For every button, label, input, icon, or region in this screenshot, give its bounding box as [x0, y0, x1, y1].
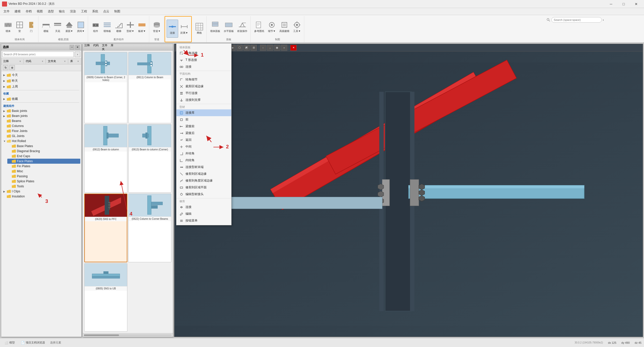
dropdown-item-cut-edge[interactable]: 裁剪区域边缘: [176, 83, 231, 90]
col-note-filter[interactable]: ▼: [19, 60, 21, 63]
ribbon-btn-component[interactable]: 组件: [90, 18, 101, 36]
vp-btn-arrow2[interactable]: ↓: [267, 45, 273, 51]
settings-btn[interactable]: ⚙: [9, 65, 15, 70]
dropdown-item-profile-end[interactable]: 连接型材末端: [176, 164, 231, 170]
tree-item-favorites[interactable]: ▶ 收藏: [2, 96, 80, 102]
vp-btn-obj3[interactable]: ⬡: [236, 45, 243, 51]
tree-item-face-plates[interactable]: Face Plates: [7, 159, 80, 164]
menu-select[interactable]: 选型: [45, 8, 56, 15]
maximize-button[interactable]: □: [618, 0, 629, 8]
dropdown-item-corner-detail[interactable]: 转角细节: [176, 76, 231, 83]
ribbon-btn-advanced[interactable]: 高级建模: [278, 18, 291, 36]
ribbon-btn-distance[interactable]: 距离▼: [179, 20, 190, 38]
ribbon-btn-roof[interactable]: 屋面▼: [64, 18, 75, 36]
menu-archive[interactable]: 存档: [23, 8, 34, 15]
menu-pointcloud[interactable]: 点云: [101, 8, 112, 15]
dropdown-item-connect3[interactable]: 连接: [176, 204, 231, 210]
tree-item-tools[interactable]: Tools: [7, 184, 80, 189]
col-lib-filter[interactable]: ▼: [77, 60, 79, 63]
tree-item-passing[interactable]: Passing: [7, 174, 80, 179]
ribbon-btn-truss[interactable]: 析架操作: [236, 18, 249, 36]
menu-output[interactable]: 输出: [56, 8, 67, 15]
ribbon-btn-wall-panel[interactable]: 墙体面板: [209, 18, 222, 36]
dropdown-item-connect-lib[interactable]: 连接库: [176, 109, 231, 116]
menu-build[interactable]: 建模: [12, 8, 23, 15]
dropdown-item-trim-angle[interactable]: 修剪到角度区域边缘: [176, 177, 231, 184]
tree-item-end-caps[interactable]: End Caps: [7, 154, 80, 159]
menu-view[interactable]: 视图: [34, 8, 45, 15]
dropdown-item-trim-plane[interactable]: 修剪到区域平面: [176, 184, 231, 191]
ribbon-search-arrow[interactable]: ›: [603, 18, 604, 21]
ribbon-btn-profile[interactable]: 型材▼: [125, 18, 136, 36]
tree-item-columns[interactable]: Columns: [2, 123, 80, 128]
dropdown-item-parallel-connect[interactable]: 平行连接: [176, 90, 231, 97]
ribbon-btn-pipe[interactable]: 管道▼: [151, 18, 162, 36]
dropdown-item-corner-connect[interactable]: 转角连接: [176, 50, 231, 57]
tree-item-yesterday[interactable]: ▶ 昨天: [2, 78, 80, 84]
ribbon-btn-horiz-panel[interactable]: 水平面板: [222, 18, 235, 36]
dropdown-item-connect-support[interactable]: 连接到支撑: [176, 97, 231, 103]
ribbon-btn-wall-body[interactable]: 墙体: [3, 18, 14, 36]
dropdown-item-edit2[interactable]: 编辑: [176, 210, 231, 217]
col-file-filter[interactable]: ▼: [64, 60, 66, 63]
dropdown-item-front[interactable]: 前: [176, 116, 231, 123]
tree-item-splice-plates[interactable]: Splice Plates: [7, 179, 80, 184]
search-button[interactable]: ›: [75, 52, 80, 57]
dropdown-item-t-connect[interactable]: T 形连接: [176, 57, 231, 63]
panel-close-btn[interactable]: ✕: [75, 45, 80, 50]
refresh-btn[interactable]: ↻: [3, 65, 8, 70]
ribbon-btn-tools[interactable]: 工具▼: [291, 18, 302, 36]
tree-item-i-clips[interactable]: ▶ I Clips: [2, 189, 80, 194]
tree-item-lastweek[interactable]: ▶ 上周: [2, 84, 80, 90]
menu-project[interactable]: 工程: [79, 8, 90, 15]
vp-btn-arrow1[interactable]: ↑: [260, 45, 266, 51]
panel-minimize-btn[interactable]: ─: [70, 45, 74, 50]
tree-item-base-plates[interactable]: Base Plates: [7, 144, 80, 149]
tree-item-insulation[interactable]: Insulation: [2, 194, 80, 199]
status-tab-doc-browser[interactable]: 📄 项目文档浏览器: [19, 340, 47, 345]
tree-item-beams[interactable]: Beams: [2, 118, 80, 123]
tree-item-today[interactable]: ▶ 今天: [2, 72, 80, 78]
dropdown-item-beam-web-front[interactable]: 梁腹前: [176, 123, 231, 130]
minimize-button[interactable]: ─: [605, 0, 617, 8]
col-code-filter[interactable]: ▼: [42, 60, 44, 63]
tree-item-misc[interactable]: Misc: [7, 169, 80, 174]
ribbon-btn-space[interactable]: 房间▼: [75, 18, 86, 36]
vp-btn-render[interactable]: ◉: [274, 45, 280, 51]
dropdown-item-return[interactable]: 返回: [176, 137, 231, 143]
ribbon-search-input[interactable]: [551, 17, 602, 23]
ribbon-btn-cladding[interactable]: 墙饰板: [102, 18, 113, 36]
ribbon-btn-stairs[interactable]: 楼梯: [113, 18, 124, 36]
tree-item-fin-plates[interactable]: Fin Plates: [7, 164, 80, 169]
tree-item-hot-rolled[interactable]: ▼ Hot Rolled: [2, 139, 80, 144]
menu-render[interactable]: 渲染: [67, 8, 79, 15]
menu-system[interactable]: 系统: [90, 8, 101, 15]
catalog-item-0613[interactable]: (0613) Beam to column (Corner): [128, 124, 171, 193]
dropdown-item-inner-corner[interactable]: 内转角: [176, 157, 231, 164]
catalog-item-0622[interactable]: (0622) Column to Corner Beams: [128, 194, 171, 263]
catalog-item-0805[interactable]: (0805) SNS to UB: [84, 263, 127, 332]
vp-close-btn[interactable]: ✕: [290, 45, 297, 51]
tree-item-basic-joints[interactable]: ▶ Basic joints: [2, 108, 80, 113]
catalog-item-0620[interactable]: (0620) SNS to PFC: [84, 194, 127, 263]
ribbon-btn-ceiling[interactable]: 天花: [52, 18, 63, 36]
close-button[interactable]: ✕: [630, 0, 642, 8]
dropdown-item-trim-edge[interactable]: 修剪到区域边缘: [176, 170, 231, 177]
tree-item-beam-joints[interactable]: ▶ Beam joints: [2, 113, 80, 118]
vp-btn-plus[interactable]: +: [281, 45, 287, 51]
ribbon-btn-connect[interactable]: 连接: [167, 20, 178, 38]
ribbon-btn-door[interactable]: 门: [26, 18, 37, 36]
menu-drawing[interactable]: 制图: [112, 8, 123, 15]
ribbon-btn-slab[interactable]: 楼板: [41, 18, 52, 36]
ribbon-btn-detail[interactable]: 细节▼: [266, 18, 277, 36]
ribbon-btn-room[interactable]: 室: [14, 18, 25, 36]
catalog-scrollbar[interactable]: [83, 333, 173, 337]
catalog-item-0609[interactable]: (0609) Column to Beam (Corner, 2 holes): [84, 52, 127, 123]
dropdown-item-middle[interactable]: 中间: [176, 143, 231, 150]
ribbon-btn-ref-drawing[interactable]: 参考图纸: [253, 18, 266, 36]
tree-item-floor-joints[interactable]: Floor Joints: [2, 128, 80, 134]
vp-btn-obj4[interactable]: ◩: [243, 45, 250, 51]
catalog-item-0612[interactable]: (0612) Beam to column: [84, 124, 127, 193]
vp-btn-obj5[interactable]: ⊞: [250, 45, 257, 51]
dropdown-item-beam-web-rear[interactable]: 梁腹后: [176, 130, 231, 137]
